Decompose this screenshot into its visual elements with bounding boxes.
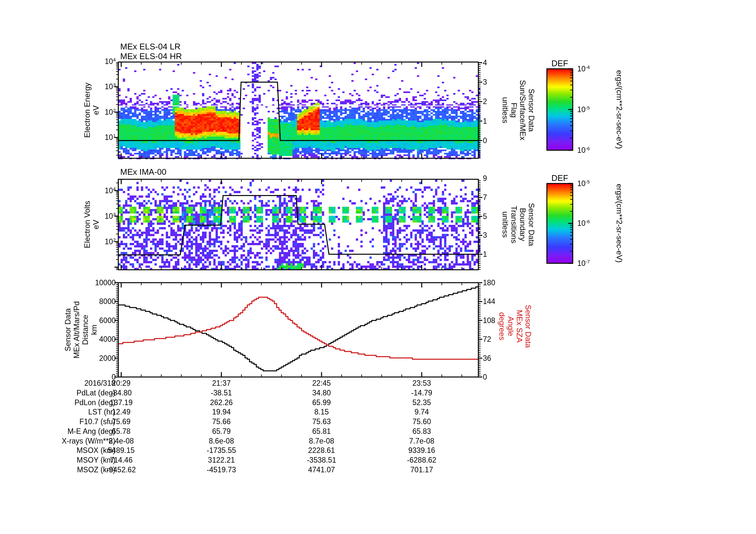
table-cell: 75.60: [386, 418, 457, 426]
right-tick-label: 0: [483, 136, 487, 145]
table-cell: 3122.21: [186, 455, 257, 464]
right-tick-label: 144: [483, 297, 495, 306]
right-tick-label: 180: [483, 278, 495, 287]
table-cell: 9339.16: [386, 446, 457, 455]
colorbar-tick-label: 10-7: [577, 259, 590, 268]
y-tick-label: 10000: [92, 278, 116, 287]
table-cell: -3538.51: [286, 455, 357, 464]
y-tick-label: 4000: [92, 335, 116, 344]
right-tick-label: 1: [483, 250, 487, 259]
table-cell: 75.66: [186, 418, 257, 426]
table-cell: 4741.07: [286, 465, 357, 474]
table-cell: -9452.62: [86, 465, 157, 474]
table-cell: 65.79: [186, 427, 257, 436]
right-tick-label: 36: [483, 354, 491, 363]
right-tick-label: 7: [483, 193, 487, 202]
table-cell: -38.51: [186, 389, 257, 397]
table-cell: -1735.55: [186, 446, 257, 455]
colorbar2-units-label: ergs/(cm**2-sr-sec-eV): [615, 184, 624, 263]
colorbar2-title: DEF: [552, 173, 568, 183]
els-title-hr: MEx ELS-04 HR: [120, 51, 182, 62]
els-right-axis-label: Sensor Data Sun/Surface/MEx Flag unitles…: [501, 80, 536, 140]
colorbar1-title: DEF: [552, 59, 568, 68]
table-cell: 9.74: [386, 408, 457, 417]
right-tick-label: 5: [483, 212, 487, 221]
x-tick-label: 22:45: [299, 379, 344, 388]
table-cell: 65.78: [86, 427, 157, 436]
table-cell: 65.83: [386, 427, 457, 436]
y-tick-label: 104: [92, 186, 116, 195]
table-cell: -84.80: [86, 389, 157, 397]
table-cell: 65.99: [286, 398, 357, 407]
x-tick-label: 23:53: [399, 379, 445, 388]
y-tick-label: 8000: [92, 297, 116, 306]
colorbar-tick-label: 10-4: [577, 64, 590, 74]
right-tick-label: 1: [483, 117, 487, 126]
table-cell: 12.49: [86, 408, 157, 417]
table-cell: 8.15: [286, 408, 357, 417]
right-tick-label: 3: [483, 78, 487, 87]
right-tick-label: 108: [483, 316, 495, 325]
x-tick-label: 21:37: [199, 379, 244, 388]
right-tick-label: 9: [483, 174, 487, 183]
right-tick-label: 72: [483, 335, 491, 344]
colorbar1-units-label: ergs/(cm**2-sr-sec-eV): [615, 70, 624, 149]
table-cell: 5489.15: [86, 446, 157, 455]
table-cell: -14.79: [386, 389, 457, 397]
y-tick-label: 102: [92, 237, 116, 246]
table-cell: 52.35: [386, 398, 457, 407]
traj-y-axis-label: Sensor Data MEx Alt/Mars/Pd Distance km: [63, 301, 98, 358]
table-cell: -6288.62: [386, 455, 457, 464]
table-cell: 8.6e-08: [186, 436, 257, 445]
right-tick-label: 2: [483, 97, 487, 106]
table-cell: 701.17: [386, 465, 457, 474]
colorbar-tick-label: 10-6: [577, 219, 590, 228]
table-cell: 65.81: [286, 427, 357, 436]
y-tick-label: 103: [92, 212, 116, 221]
table-cell: 137.19: [86, 398, 157, 407]
table-cell: 7.7e-08: [386, 436, 457, 445]
y-tick-label: 102: [92, 108, 116, 117]
els-title-lr: MEx ELS-04 LR: [120, 42, 180, 52]
y-tick-label: 103: [92, 82, 116, 91]
right-tick-label: 4: [483, 59, 487, 67]
y-tick-label: 104: [92, 57, 116, 66]
table-cell: 8.7e-08: [286, 436, 357, 445]
colorbar-tick-label: 10-5: [577, 105, 590, 114]
table-cell: 8.4e-08: [86, 436, 157, 445]
table-cell: 19.94: [186, 408, 257, 417]
table-cell: 2228.61: [286, 446, 357, 455]
mex-orbit-plot-page: MEx ELS-04 LR MEx ELS-04 HR MEx IMA-00 E…: [0, 0, 756, 534]
colorbar-tick-label: 10-5: [577, 179, 590, 188]
right-tick-label: 0: [483, 373, 487, 382]
colorbar-tick-label: 10-6: [577, 146, 590, 155]
table-cell: 262.26: [186, 398, 257, 407]
ima-title: MEx IMA-00: [120, 167, 167, 177]
table-cell: 34.80: [286, 389, 357, 397]
table-cell: -4519.73: [186, 465, 257, 474]
y-tick-label: 101: [92, 133, 116, 142]
right-tick-label: 3: [483, 231, 487, 240]
table-cell: 75.69: [86, 418, 157, 426]
traj-right-axis-label: Sensor Data MEx SZA Angle degrees: [498, 305, 533, 347]
ima-right-axis-label: Sensor Data Boundary Transitions unitles…: [501, 203, 536, 246]
table-cell: 75.63: [286, 418, 357, 426]
y-tick-label: 6000: [92, 316, 116, 325]
table-cell: 714.46: [86, 455, 157, 464]
y-tick-label: 2000: [92, 354, 116, 363]
x-tick-label: 20:29: [98, 379, 144, 388]
